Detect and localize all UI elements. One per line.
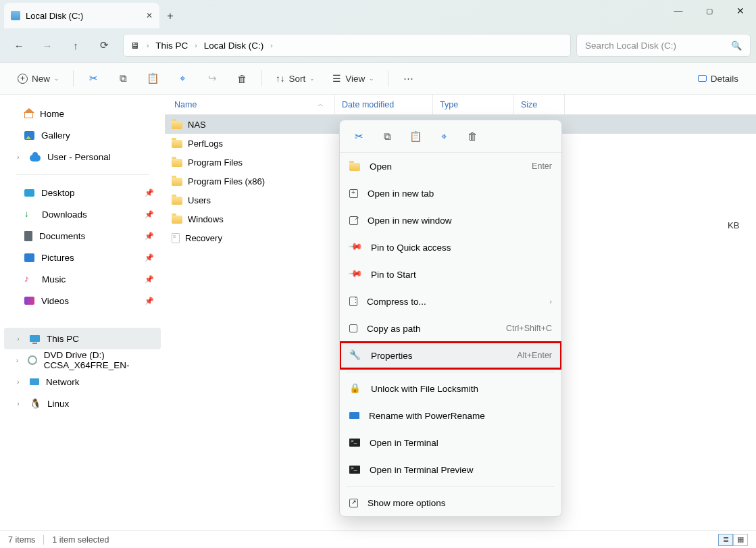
status-count: 7 items: [8, 535, 35, 545]
ctx-paste-button[interactable]: 📋: [403, 125, 428, 148]
net-icon: [30, 378, 39, 385]
more-icon: [349, 499, 358, 507]
ctx-compress-to-[interactable]: Compress to...›: [340, 288, 561, 315]
tab-close-icon[interactable]: ✕: [146, 11, 153, 20]
forward-button[interactable]: →: [34, 33, 61, 57]
chevron-right-icon: ›: [14, 335, 23, 343]
term-icon: [349, 466, 360, 474]
partial-size-text: KB: [728, 220, 739, 230]
pin-icon[interactable]: 📌: [145, 253, 158, 262]
sidebar-item-desktop[interactable]: Desktop📌: [4, 182, 161, 203]
sort-button[interactable]: ↑↓Sort⌄: [269, 67, 322, 90]
tab-active[interactable]: Local Disk (C:) ✕: [4, 3, 159, 28]
ctx-pin-to-start[interactable]: 📌Pin to Start: [340, 261, 561, 288]
breadcrumb-thispc[interactable]: This PC: [155, 41, 188, 51]
up-button[interactable]: ↑: [62, 33, 89, 57]
ctx-open[interactable]: OpenEnter: [340, 153, 561, 180]
ctx-copy-as-path[interactable]: Copy as pathCtrl+Shift+C: [340, 315, 561, 342]
pin-icon[interactable]: 📌: [145, 297, 158, 305]
ctx-item-label: Copy as path: [367, 324, 421, 334]
search-icon[interactable]: 🔍: [731, 41, 742, 51]
pin-icon[interactable]: 📌: [145, 232, 158, 241]
new-button[interactable]: +New⌄: [11, 67, 66, 90]
ctx-show-more-options[interactable]: Show more options: [340, 489, 561, 516]
icons-view-button[interactable]: ▦: [733, 534, 748, 546]
sidebar-item-network[interactable]: ›Network: [4, 371, 161, 393]
divider: [73, 70, 74, 86]
sidebar-item-music[interactable]: ♪Music📌: [4, 268, 161, 290]
ctx-open-in-new-tab[interactable]: Open in new tab: [340, 180, 561, 207]
address-bar[interactable]: 🖥 › This PC › Local Disk (C:) ›: [123, 34, 571, 57]
chevron-right-icon[interactable]: ›: [191, 42, 201, 49]
paste-button[interactable]: 📋: [140, 67, 166, 90]
sidebar: HomeGallery›User - Personal Desktop📌↓Dow…: [0, 95, 165, 530]
sidebar-item-this-pc[interactable]: ›This PC: [4, 328, 161, 349]
column-date[interactable]: Date modified: [335, 95, 433, 114]
ctx-properties[interactable]: 🔧PropertiesAlt+Enter: [340, 342, 561, 369]
sidebar-item-videos[interactable]: Videos📌: [4, 290, 161, 312]
close-window-button[interactable]: ✕: [725, 0, 756, 22]
ctx-open-in-new-window[interactable]: Open in new window: [340, 207, 561, 234]
new-tab-button[interactable]: +: [159, 5, 181, 27]
pin-icon[interactable]: 📌: [145, 210, 158, 219]
ctx-cut-button[interactable]: ✂: [347, 125, 371, 148]
status-bar: 7 items 1 item selected ≣ ▦: [0, 530, 756, 548]
view-button[interactable]: ☰View⌄: [326, 67, 381, 90]
ctx-item-label: Open in Terminal: [370, 438, 438, 448]
sidebar-item-downloads[interactable]: ↓Downloads📌: [4, 203, 161, 225]
more-button[interactable]: ⋯: [395, 67, 421, 90]
sidebar-item-label: This PC: [47, 334, 79, 344]
details-button[interactable]: Details: [691, 67, 745, 90]
cut-button[interactable]: ✂: [80, 67, 106, 90]
rename-button[interactable]: ⌖: [170, 67, 195, 90]
lock-icon: 🔒: [349, 382, 361, 395]
ctx-rename-with-powerrename[interactable]: Rename with PowerRename: [340, 402, 561, 429]
column-type[interactable]: Type: [433, 95, 514, 114]
folder-icon: [349, 163, 360, 171]
sidebar-item-gallery[interactable]: Gallery: [4, 124, 161, 146]
pin-icon[interactable]: 📌: [145, 189, 158, 197]
doc-icon: [24, 231, 32, 241]
maximize-button[interactable]: ▢: [694, 0, 725, 22]
share-button[interactable]: ↪: [199, 67, 225, 90]
chevron-right-icon: ›: [14, 400, 23, 407]
details-view-button[interactable]: ≣: [718, 534, 733, 546]
chevron-right-icon[interactable]: ›: [266, 42, 276, 49]
status-selected: 1 item selected: [52, 535, 109, 545]
sidebar-item-linux[interactable]: ›🐧Linux: [4, 393, 161, 414]
column-name[interactable]: Name︿: [165, 95, 335, 114]
delete-button[interactable]: 🗑: [229, 67, 255, 90]
refresh-button[interactable]: ⟳: [91, 33, 118, 57]
sidebar-item-documents[interactable]: Documents📌: [4, 225, 161, 247]
file-name: NAS: [188, 120, 206, 130]
search-input[interactable]: Search Local Disk (C:) 🔍: [576, 34, 751, 57]
ctx-unlock-with-file-locksmith[interactable]: 🔒Unlock with File Locksmith: [340, 375, 561, 402]
sidebar-item-dvd-drive-d-ccsa-x64fre-en-[interactable]: ›DVD Drive (D:) CCSA_X64FRE_EN-: [4, 349, 161, 371]
minimize-button[interactable]: [663, 0, 694, 22]
ctx-rename-button[interactable]: ⌖: [432, 125, 456, 148]
column-size[interactable]: Size: [514, 95, 565, 114]
breadcrumb-localdisk[interactable]: Local Disk (C:): [204, 41, 264, 51]
pc-icon: [30, 335, 40, 342]
ctx-copy-button[interactable]: ⧉: [375, 125, 399, 148]
ctx-item-label: Open in Terminal Preview: [370, 465, 474, 475]
back-button[interactable]: ←: [5, 33, 32, 57]
ctx-item-label: Open in new window: [368, 216, 452, 226]
ctx-item-label: Pin to Start: [371, 270, 416, 280]
chevron-right-icon: ›: [549, 297, 552, 305]
divider: [261, 70, 262, 86]
chevron-right-icon[interactable]: ›: [143, 42, 153, 49]
sidebar-item-home[interactable]: Home: [4, 103, 161, 124]
pin-icon[interactable]: 📌: [145, 275, 158, 284]
sidebar-item-user-personal[interactable]: ›User - Personal: [4, 146, 161, 168]
ctx-open-in-terminal-preview[interactable]: Open in Terminal Preview: [340, 456, 561, 483]
ctx-open-in-terminal[interactable]: Open in Terminal: [340, 429, 561, 456]
copy-button[interactable]: ⧉: [110, 67, 136, 90]
sidebar-item-label: Music: [42, 274, 66, 284]
sidebar-item-pictures[interactable]: Pictures📌: [4, 247, 161, 268]
ctx-delete-button[interactable]: 🗑: [460, 125, 484, 148]
sidebar-item-label: Network: [46, 377, 80, 387]
navigation-row: ← → ↑ ⟳ 🖥 › This PC › Local Disk (C:) › …: [0, 28, 756, 62]
ctx-pin-to-quick-access[interactable]: 📌Pin to Quick access: [340, 234, 561, 261]
chevron-right-icon: ›: [14, 153, 23, 161]
